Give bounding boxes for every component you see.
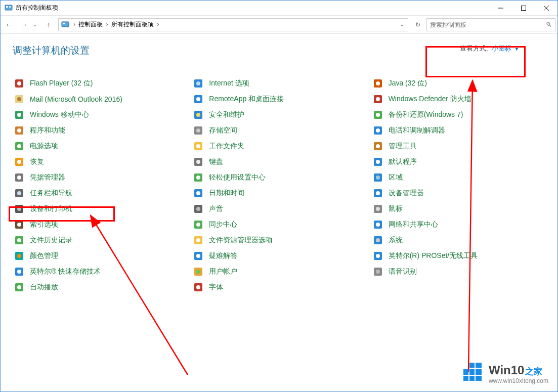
cp-item-default-programs[interactable]: 默认程序 (371, 154, 545, 169)
up-button[interactable]: ↑ (42, 18, 55, 31)
svg-point-64 (17, 223, 21, 227)
svg-point-18 (196, 97, 200, 101)
cp-item-flash-player[interactable]: Flash Player (32 位) (13, 75, 187, 91)
cp-item-intel-rst[interactable]: 英特尔® 快速存储技术 (13, 264, 187, 279)
svg-point-66 (196, 223, 200, 227)
sound-icon (194, 204, 203, 213)
cp-item-taskbar-navigation[interactable]: 任务栏和导航 (13, 185, 187, 201)
cp-item-device-manager[interactable]: 设备管理器 (371, 185, 545, 201)
cp-item-remoteapp[interactable]: RemoteApp 和桌面连接 (192, 91, 366, 107)
content-area: 调整计算机的设置 查看方式: 小图标 ▼ Flash Player (32 位)… (1, 34, 557, 305)
mouse-icon (373, 204, 382, 213)
indexing-icon (15, 220, 24, 229)
cp-item-label: 同步中心 (209, 220, 237, 229)
search-box[interactable]: 🔍︎ (426, 18, 555, 31)
defender-icon (373, 95, 382, 104)
datetime-icon (194, 189, 203, 198)
cp-item-label: 颜色管理 (30, 251, 58, 260)
search-input[interactable] (430, 21, 546, 28)
devmgr-icon (373, 189, 382, 198)
cp-item-mobility-center[interactable]: Windows 移动中心 (13, 107, 187, 122)
maximize-button[interactable] (512, 1, 535, 16)
breadcrumb[interactable]: › 控制面板 › 所有控制面板项 › (72, 20, 160, 29)
cp-item-network-sharing[interactable]: 网络和共享中心 (371, 216, 545, 232)
svg-point-58 (17, 207, 21, 211)
svg-point-86 (376, 270, 380, 274)
cp-item-autoplay[interactable]: 自动播放 (13, 279, 187, 295)
credential-icon (15, 173, 24, 182)
forward-button[interactable]: → (18, 18, 31, 31)
svg-point-54 (196, 191, 200, 195)
control-panel-icon (61, 20, 70, 29)
cp-item-fonts[interactable]: 字体 (192, 279, 366, 295)
svg-rect-101 (476, 376, 482, 381)
view-selector[interactable]: 查看方式: 小图标 ▼ (460, 44, 519, 53)
cp-item-keyboard[interactable]: 键盘 (192, 154, 366, 169)
svg-point-90 (196, 285, 200, 289)
cp-item-storage-spaces[interactable]: 存储空间 (192, 122, 366, 138)
sync-icon (194, 220, 203, 229)
cp-item-label: Internet 选项 (209, 79, 249, 88)
cp-item-security-maintenance[interactable]: 安全和维护 (192, 107, 366, 122)
cp-item-defender-firewall[interactable]: Windows Defender 防火墙 (371, 91, 545, 107)
close-button[interactable] (535, 1, 557, 16)
power-icon (15, 142, 24, 151)
cp-item-programs-features[interactable]: 程序和功能 (13, 122, 187, 138)
cp-item-admin-tools[interactable]: 管理工具 (371, 138, 545, 154)
svg-rect-99 (463, 376, 468, 381)
cp-item-java[interactable]: Java (32 位) (371, 75, 545, 91)
cp-item-power-options[interactable]: 电源选项 (13, 138, 187, 154)
breadcrumb-root[interactable]: 控制面板 (78, 21, 103, 28)
cp-item-devices-printers[interactable]: 设备和打印机 (13, 201, 187, 216)
breadcrumb-current[interactable]: 所有控制面板项 (111, 21, 154, 28)
cp-item-region[interactable]: 区域 (371, 169, 545, 185)
svg-rect-1 (6, 6, 8, 8)
cp-item-troubleshooting[interactable]: 疑难解答 (192, 248, 366, 264)
cp-item-mouse[interactable]: 鼠标 (371, 201, 545, 216)
cp-item-phone-modem[interactable]: 电话和调制解调器 (371, 122, 545, 138)
chevron-right-icon: › (73, 21, 75, 28)
cp-item-mail[interactable]: Mail (Microsoft Outlook 2016) (13, 91, 187, 107)
cp-item-file-history[interactable]: 文件历史记录 (13, 232, 187, 248)
svg-point-84 (196, 270, 200, 274)
cp-item-recovery[interactable]: 恢复 (13, 154, 187, 169)
chevron-right-icon: › (106, 21, 108, 28)
cp-item-system[interactable]: 系统 (371, 232, 545, 248)
svg-point-16 (17, 97, 21, 101)
svg-point-30 (196, 128, 200, 133)
cp-item-intel-proset[interactable]: 英特尔(R) PROSet/无线工具 (371, 248, 545, 264)
svg-point-52 (17, 191, 21, 195)
cp-item-label: 索引选项 (30, 220, 58, 229)
cp-item-label: 备份和还原(Windows 7) (389, 110, 463, 119)
cp-item-label: 设备管理器 (389, 189, 424, 198)
storage-icon (194, 126, 203, 135)
svg-point-80 (376, 254, 380, 258)
cp-item-sync-center[interactable]: 同步中心 (192, 216, 366, 232)
address-bar[interactable]: › 控制面板 › 所有控制面板项 › ⌄ (58, 18, 408, 31)
address-dropdown[interactable]: ⌄ (398, 22, 406, 27)
cp-item-indexing-options[interactable]: 索引选项 (13, 216, 187, 232)
cp-item-ease-of-access[interactable]: 轻松使用设置中心 (192, 169, 366, 185)
cp-item-explorer-options[interactable]: 文件资源管理器选项 (192, 232, 366, 248)
cp-item-internet-options[interactable]: Internet 选项 (192, 75, 366, 91)
filehistory-icon (15, 236, 24, 245)
cp-item-sound[interactable]: 声音 (192, 201, 366, 216)
minimize-button[interactable] (489, 1, 512, 16)
cp-item-credential-manager[interactable]: 凭据管理器 (13, 169, 187, 185)
history-dropdown[interactable]: ⌄ (33, 22, 40, 27)
refresh-button[interactable]: ↻ (411, 18, 424, 31)
cp-item-user-accounts[interactable]: 用户帐户 (192, 264, 366, 279)
cp-item-speech-recognition[interactable]: 语音识别 (371, 264, 545, 279)
cp-item-work-folders[interactable]: 工作文件夹 (192, 138, 366, 154)
cp-item-date-time[interactable]: 日期和时间 (192, 185, 366, 201)
back-button[interactable]: ← (3, 18, 16, 31)
cp-item-backup-restore[interactable]: 备份和还原(Windows 7) (371, 107, 545, 122)
intel-wifi-icon (373, 251, 382, 260)
view-value[interactable]: 小图标 (492, 45, 511, 52)
svg-point-28 (17, 128, 21, 133)
phone-icon (373, 126, 382, 135)
network-icon (373, 220, 382, 229)
cp-item-color-management[interactable]: 颜色管理 (13, 248, 187, 264)
svg-point-82 (17, 270, 21, 274)
internet-icon (194, 79, 203, 88)
